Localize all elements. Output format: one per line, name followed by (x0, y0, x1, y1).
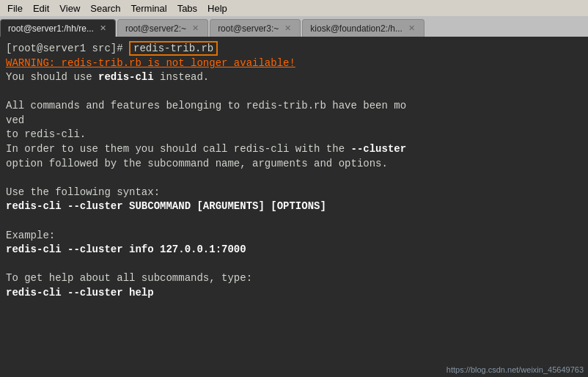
bold-redis-cli: redis-cli (98, 71, 154, 83)
tab-label: kiosk@foundation2:/h... (310, 23, 403, 34)
output-line-2: All commands and features belonging to r… (6, 99, 582, 114)
tabbar: root@server1:/hh/re... ✕ root@server2:~ … (0, 16, 588, 37)
menu-edit[interactable]: Edit (29, 2, 54, 15)
tab-close-4[interactable]: ✕ (407, 23, 416, 33)
menu-tabs[interactable]: Tabs (173, 2, 202, 15)
output-line-12: redis-cli --cluster help (6, 286, 582, 301)
output-line-4: to redis-cli. (6, 128, 582, 142)
output-line-11: To get help about all subcommands, type: (6, 271, 582, 286)
tab-label: root@server3:~ (218, 23, 279, 34)
empty-line-3 (6, 214, 582, 229)
warning-line: WARNING: redis-trib.rb is not longer ava… (6, 57, 582, 69)
menu-file[interactable]: File (3, 2, 27, 15)
terminal: [root@server1 src]# redis-trib.rb WARNIN… (0, 37, 588, 377)
output-line-1: You should use redis-cli instead. (6, 70, 582, 85)
prompt-line: [root@server1 src]# redis-trib.rb (6, 41, 582, 56)
output-line-6: option followed by the subcommand name, … (6, 157, 582, 172)
output-line-10: redis-cli --cluster info 127.0.0.1:7000 (6, 243, 582, 257)
bold-syntax: redis-cli --cluster SUBCOMMAND [ARGUMENT… (6, 200, 326, 212)
tab-close-2[interactable]: ✕ (191, 23, 200, 33)
tab-label: root@server2:~ (125, 23, 186, 34)
watermark: https://blog.csdn.net/weixin_45649763 (446, 365, 584, 374)
bold-example: redis-cli --cluster info 127.0.0.1:7000 (6, 244, 246, 255)
output-line-3: ved (6, 114, 582, 128)
tab-close-3[interactable]: ✕ (283, 23, 293, 33)
prompt-text: [root@server1 src]# (6, 43, 129, 54)
output-line-7: Use the following syntax: (6, 186, 582, 200)
empty-line-2 (6, 171, 582, 186)
tab-server3[interactable]: root@server3:~ ✕ (210, 19, 301, 37)
empty-line-1 (6, 85, 582, 100)
tab-close-1[interactable]: ✕ (98, 23, 108, 33)
tab-server2[interactable]: root@server2:~ ✕ (117, 19, 208, 37)
menu-search[interactable]: Search (86, 2, 125, 15)
menubar: File Edit View Search Terminal Tabs Help (0, 0, 588, 16)
output-line-5: In order to use them you should call red… (6, 142, 582, 157)
output-line-9: Example: (6, 229, 582, 244)
menu-view[interactable]: View (55, 2, 84, 15)
bold-help-cmd: redis-cli --cluster help (6, 287, 154, 299)
command-highlight: redis-trib.rb (129, 41, 218, 56)
bold-cluster-flag: --cluster (350, 143, 406, 155)
menu-terminal[interactable]: Terminal (127, 2, 172, 15)
empty-line-4 (6, 257, 582, 272)
tab-kiosk[interactable]: kiosk@foundation2:/h... ✕ (302, 19, 425, 37)
output-line-8: redis-cli --cluster SUBCOMMAND [ARGUMENT… (6, 200, 582, 214)
menu-help[interactable]: Help (203, 2, 232, 15)
tab-label: root@server1:/hh/re... (8, 23, 94, 34)
tab-server1[interactable]: root@server1:/hh/re... ✕ (0, 19, 116, 37)
